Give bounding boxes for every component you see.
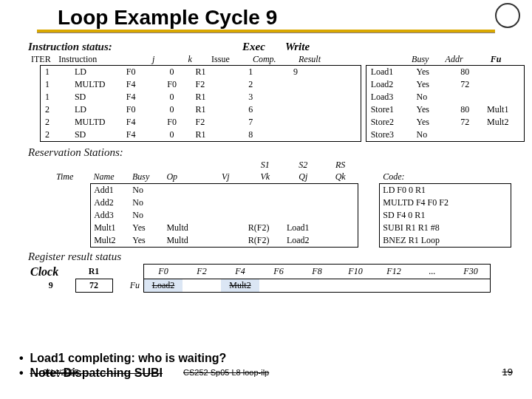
col-name: Name <box>90 171 129 183</box>
instr-status-columns: ITER Instruction j k Issue Comp. Result … <box>28 54 516 65</box>
instr-status-table: 1LDF00R1191MULTDF4F0F221SDF40R132LDF00R1… <box>40 65 525 142</box>
col-time: Time <box>53 171 90 183</box>
table-row: Store1Yes80Mult1 <box>366 103 524 116</box>
col-vk: Vk <box>245 171 284 183</box>
col-result: Result <box>296 54 335 65</box>
table-row: Mult2YesMultdR(F2)Load2BNEZ R1 Loop <box>53 234 511 248</box>
col-k: k <box>171 54 208 65</box>
sec-write: Write <box>285 39 310 54</box>
col-qj: Qj <box>284 171 321 183</box>
col-op: Op <box>163 171 205 183</box>
col-instr: Instruction <box>55 54 106 65</box>
col-iter: ITER <box>28 54 55 65</box>
footer-mid: CS252 Sp05 L8 loop-ilp <box>183 368 269 377</box>
bullet-1: • Load1 completing: who is waiting? <box>19 351 226 366</box>
table-row: 2SDF40R18 <box>41 129 361 142</box>
col-comp: Comp. <box>250 54 296 65</box>
table-row: Add1NoLD F0 0 R1 <box>53 184 511 197</box>
rs-table: Add1NoLD F0 0 R1Add2NoMULTD F4 F0 F2Add3… <box>53 183 511 248</box>
table-row: Add2NoMULTD F4 F0 F2 <box>53 197 511 209</box>
col-s1: S1 <box>245 160 284 171</box>
logo-seal <box>495 3 520 28</box>
table-row: ClockR1F0F2F4F6F8F10F12...F30 <box>27 265 491 279</box>
table-row: Store3No <box>366 129 524 142</box>
title-rule <box>37 30 495 33</box>
table-row: 1MULTDF4F0F22 <box>41 78 361 91</box>
col-code: Code: <box>380 171 511 183</box>
table-row: 1SDF40R13 <box>41 91 361 103</box>
table-row: Load3No <box>366 91 524 103</box>
sec-res-stations: Reservation Stations: <box>28 146 525 159</box>
col-j: j <box>135 54 172 65</box>
col-rs: RS <box>321 160 358 171</box>
table-row: Add3NoSD F4 0 R1 <box>53 209 511 222</box>
table-row: Load2Yes72 <box>366 78 524 91</box>
sec-exec: Exec <box>242 39 285 54</box>
bullet-1-text: Load1 completing: who is waiting? <box>30 352 227 364</box>
table-row: Store2Yes72Mult2 <box>366 116 524 129</box>
rs-columns: S1 S2 RS Time Name Busy Op Vj Vk Qj Qk C… <box>53 160 511 183</box>
col-qk: Qk <box>321 171 358 183</box>
table-row: Mult1YesMultdR(F2)Load1SUBI R1 R1 #8 <box>53 222 511 234</box>
table-row: 2MULTDF4F0F27 <box>41 116 361 129</box>
col-addr: Addr <box>443 54 477 65</box>
col-fu: Fu <box>476 54 516 65</box>
col-vj: Vj <box>205 171 246 183</box>
col-busy: Busy <box>409 54 443 65</box>
footer-page: 19 <box>502 366 513 378</box>
col-s2: S2 <box>284 160 321 171</box>
col-busy2: Busy <box>129 171 163 183</box>
table-row: 1LDF00R119 <box>41 66 361 79</box>
col-issue: Issue <box>208 54 250 65</box>
table-row: 2LDF00R16 <box>41 103 361 116</box>
table-row: Load1Yes80 <box>366 66 524 79</box>
sec-reg-result: Register result status <box>28 250 525 263</box>
footer-date: 2/14/2005 <box>43 368 79 377</box>
table-row: 972FuLoad2Mult2 <box>27 279 491 293</box>
slide-title: Loop Example Cycle 9 <box>58 6 525 30</box>
sec-instr-status: Instruction status: <box>28 41 242 53</box>
reg-result-table: ClockR1F0F2F4F6F8F10F12...F30972FuLoad2M… <box>27 264 491 293</box>
